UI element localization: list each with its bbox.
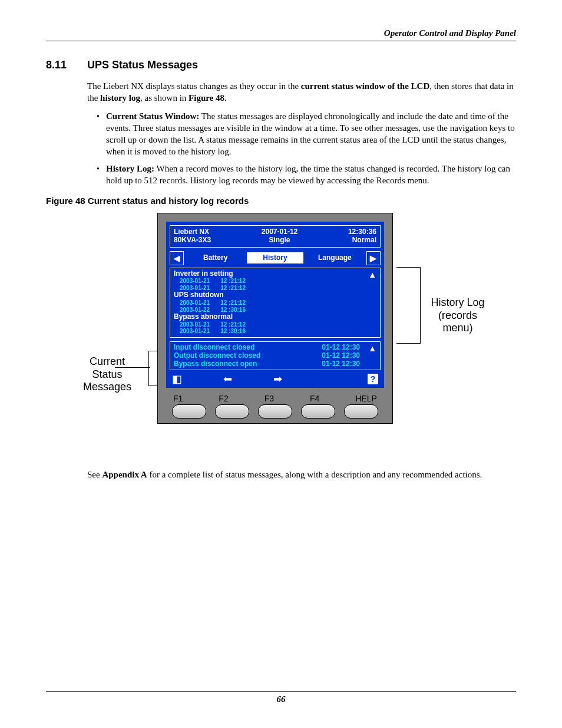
text: Input disconnect closed bbox=[174, 344, 254, 352]
lcd-header-right: 12:30:36 Normal bbox=[348, 228, 376, 245]
scroll-up-icon[interactable]: ▲ bbox=[368, 271, 376, 279]
text: 12:30:36 bbox=[348, 228, 376, 236]
history-row: 2003-01-2112 :30:16 bbox=[174, 328, 376, 335]
f1-button[interactable] bbox=[172, 404, 206, 419]
text: 01-12 12:30 bbox=[322, 352, 360, 360]
lcd-header-center: 2007-01-12 Single bbox=[262, 228, 297, 245]
section-number: 8.11 bbox=[46, 59, 77, 71]
help-icon[interactable]: ? bbox=[368, 374, 378, 384]
running-header: Operator Control and Display Panel bbox=[46, 28, 516, 41]
figure-caption: Figure 48 Current status and history log… bbox=[46, 196, 516, 206]
text: , as shown in bbox=[140, 93, 189, 103]
history-row: 2003-01-2112 :21:12 bbox=[174, 299, 376, 307]
text: 12 :21:12 bbox=[220, 299, 246, 307]
text: Status bbox=[92, 368, 122, 380]
hw-button-row bbox=[166, 403, 384, 419]
label-f3: F3 bbox=[265, 394, 274, 403]
text: Single bbox=[269, 236, 290, 244]
label-help: HELP bbox=[355, 394, 377, 403]
f2-button[interactable] bbox=[215, 404, 249, 419]
text-bold: Appendix A bbox=[102, 470, 147, 479]
annotation-history-log: History Log (records menu) bbox=[422, 297, 493, 335]
page-number: 66 bbox=[46, 691, 516, 704]
text: The Liebert NX displays status changes a… bbox=[87, 81, 301, 91]
text: 80KVA-3X3 bbox=[174, 236, 211, 244]
closing-paragraph: See Appendix A for a complete list of st… bbox=[87, 469, 516, 480]
scroll-up-icon[interactable]: ▲ bbox=[368, 344, 376, 353]
hw-button-labels: F1 F2 F3 F4 HELP bbox=[166, 388, 384, 403]
text: Bypass disconnect open bbox=[174, 360, 257, 368]
text: 2003-01-21 bbox=[180, 299, 210, 307]
text: 12 :21:12 bbox=[220, 278, 246, 285]
lcd-panel: Liebert NX 80KVA-3X3 2007-01-12 Single 1… bbox=[157, 213, 393, 424]
history-group-title: Inverter in setting bbox=[174, 270, 376, 278]
text: Normal bbox=[352, 236, 376, 244]
tab-language[interactable]: Language bbox=[307, 252, 363, 264]
tab-battery[interactable]: Battery bbox=[187, 252, 243, 264]
label-f1: F1 bbox=[173, 394, 183, 403]
lcd-header-left: Liebert NX 80KVA-3X3 bbox=[174, 228, 211, 245]
section-heading: 8.11 UPS Status Messages bbox=[46, 59, 516, 71]
text: 01-12 12:30 bbox=[322, 344, 360, 352]
status-row: Output disconnect closed01-12 12:30 bbox=[174, 352, 376, 360]
text: Messages bbox=[83, 381, 131, 393]
text: 2007-01-12 bbox=[262, 228, 297, 236]
history-group-title: UPS shutdown bbox=[174, 291, 376, 299]
text: 12 :21:12 bbox=[220, 321, 246, 328]
text: . bbox=[224, 93, 227, 103]
text-bold: current status window of the LCD bbox=[301, 81, 429, 91]
text: 2003-01-21 bbox=[180, 328, 210, 335]
nav-prev-icon[interactable]: ◀ bbox=[170, 251, 184, 265]
lcd-history-panel: ▲ Inverter in setting 2003-01-2112 :21:1… bbox=[170, 268, 381, 338]
bullet-lead: History Log: bbox=[106, 164, 154, 173]
arrow-right-icon[interactable]: ➡ bbox=[273, 374, 282, 384]
lcd-screen: Liebert NX 80KVA-3X3 2007-01-12 Single 1… bbox=[166, 222, 384, 388]
text-bold: Figure 48 bbox=[189, 93, 224, 103]
lcd-status-panel: ▲ Input disconnect closed01-12 12:30 Out… bbox=[170, 341, 381, 370]
status-row: Input disconnect closed01-12 12:30 bbox=[174, 344, 376, 352]
text: (records bbox=[438, 309, 477, 321]
lcd-icon-row: ◧ ⬅ ➡ ? bbox=[170, 374, 381, 386]
history-group-title: Bypass abnormal bbox=[174, 313, 376, 321]
text: 01-12 12:30 bbox=[322, 360, 360, 368]
mute-icon[interactable]: ◧ bbox=[172, 374, 182, 384]
text: Liebert NX bbox=[174, 228, 209, 236]
bullet-lead: Current Status Window: bbox=[106, 111, 199, 121]
f3-button[interactable] bbox=[258, 404, 292, 419]
text: See bbox=[87, 470, 102, 479]
figure-48: Current Status Messages History Log (rec… bbox=[69, 213, 493, 460]
history-row: 2003-01-2112 :21:12 bbox=[174, 278, 376, 285]
nav-next-icon[interactable]: ▶ bbox=[366, 251, 381, 265]
f4-button[interactable] bbox=[301, 404, 335, 419]
annotation-current-status: Current Status Messages bbox=[69, 355, 146, 394]
arrow-left-icon[interactable]: ⬅ bbox=[223, 374, 232, 384]
section-title: UPS Status Messages bbox=[87, 59, 198, 71]
status-row: Bypass disconnect open01-12 12:30 bbox=[174, 360, 376, 368]
annotation-bracket bbox=[396, 267, 421, 344]
lcd-tab-row: ◀ Battery History Language ▶ bbox=[170, 251, 381, 265]
text: 12 :21:12 bbox=[220, 285, 246, 292]
label-f4: F4 bbox=[310, 394, 319, 403]
text: 2003-01-21 bbox=[180, 321, 210, 328]
text: menu) bbox=[442, 322, 472, 334]
intro-paragraph: The Liebert NX displays status changes a… bbox=[87, 80, 516, 104]
text: 2003-01-21 bbox=[180, 278, 210, 285]
text: Output disconnect closed bbox=[174, 352, 260, 360]
text: 12 :30:16 bbox=[220, 328, 246, 335]
bullet-item: Current Status Window: The status messag… bbox=[104, 110, 516, 158]
lcd-header: Liebert NX 80KVA-3X3 2007-01-12 Single 1… bbox=[170, 225, 381, 248]
history-row: 2003-01-2112 :21:12 bbox=[174, 321, 376, 328]
text-bold: history log bbox=[100, 93, 140, 103]
bullet-item: History Log: When a record moves to the … bbox=[104, 163, 516, 187]
text: Current bbox=[90, 355, 125, 367]
annotation-bracket bbox=[148, 351, 157, 386]
help-button[interactable] bbox=[344, 404, 378, 419]
text: for a complete list of status messages, … bbox=[147, 470, 482, 479]
tab-history[interactable]: History bbox=[247, 252, 303, 264]
bullet-body: When a record moves to the history log, … bbox=[106, 164, 510, 185]
bullet-list: Current Status Window: The status messag… bbox=[87, 110, 516, 187]
label-f2: F2 bbox=[219, 394, 228, 403]
text: History Log bbox=[431, 297, 484, 308]
spacer bbox=[323, 374, 326, 384]
